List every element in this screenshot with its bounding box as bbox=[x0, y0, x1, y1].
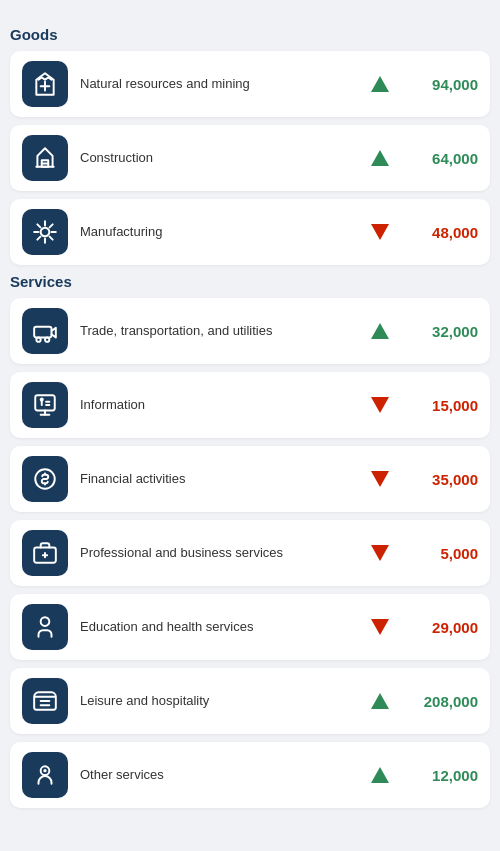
value-trade-transportation: 32,000 bbox=[398, 323, 478, 340]
row-label-financial: Financial activities bbox=[80, 471, 362, 488]
value-education: 29,000 bbox=[398, 619, 478, 636]
value-other: 12,000 bbox=[398, 767, 478, 784]
row-label-professional: Professional and business services bbox=[80, 545, 362, 562]
industry-row-trade-transportation: Trade, transportation, and utilities32,0… bbox=[10, 298, 490, 364]
value-information: 15,000 bbox=[398, 397, 478, 414]
icon-other bbox=[22, 752, 68, 798]
value-leisure: 208,000 bbox=[398, 693, 478, 710]
value-professional: 5,000 bbox=[398, 545, 478, 562]
arrow-natural-resources bbox=[362, 76, 398, 92]
icon-construction bbox=[22, 135, 68, 181]
row-label-natural-resources: Natural resources and mining bbox=[80, 76, 362, 93]
icon-leisure bbox=[22, 678, 68, 724]
icon-information bbox=[22, 382, 68, 428]
section-services: ServicesTrade, transportation, and utili… bbox=[10, 273, 490, 808]
svg-point-8 bbox=[45, 338, 49, 342]
arrow-information bbox=[362, 397, 398, 413]
industry-row-information: Information15,000 bbox=[10, 372, 490, 438]
section-label-1: Services bbox=[10, 273, 490, 290]
arrow-other bbox=[362, 767, 398, 783]
row-label-manufacturing: Manufacturing bbox=[80, 224, 362, 241]
svg-point-7 bbox=[36, 338, 40, 342]
arrow-financial bbox=[362, 471, 398, 487]
icon-professional bbox=[22, 530, 68, 576]
icon-financial bbox=[22, 456, 68, 502]
row-label-leisure: Leisure and hospitality bbox=[80, 693, 362, 710]
row-label-education: Education and health services bbox=[80, 619, 362, 636]
row-label-trade-transportation: Trade, transportation, and utilities bbox=[80, 323, 362, 340]
section-goods: GoodsNatural resources and mining94,000C… bbox=[10, 26, 490, 265]
industry-row-financial: Financial activities35,000 bbox=[10, 446, 490, 512]
value-manufacturing: 48,000 bbox=[398, 224, 478, 241]
icon-manufacturing bbox=[22, 209, 68, 255]
svg-rect-6 bbox=[34, 327, 51, 338]
svg-rect-9 bbox=[35, 395, 55, 410]
industry-row-natural-resources: Natural resources and mining94,000 bbox=[10, 51, 490, 117]
icon-transport bbox=[22, 308, 68, 354]
svg-point-5 bbox=[41, 228, 50, 237]
arrow-education bbox=[362, 619, 398, 635]
icon-mining bbox=[22, 61, 68, 107]
svg-point-20 bbox=[41, 617, 50, 626]
industry-row-manufacturing: Manufacturing48,000 bbox=[10, 199, 490, 265]
industry-row-professional: Professional and business services5,000 bbox=[10, 520, 490, 586]
arrow-construction bbox=[362, 150, 398, 166]
row-label-construction: Construction bbox=[80, 150, 362, 167]
industry-row-leisure: Leisure and hospitality208,000 bbox=[10, 668, 490, 734]
svg-point-24 bbox=[43, 769, 46, 772]
industry-row-education: Education and health services29,000 bbox=[10, 594, 490, 660]
industry-row-other: Other services12,000 bbox=[10, 742, 490, 808]
arrow-manufacturing bbox=[362, 224, 398, 240]
arrow-professional bbox=[362, 545, 398, 561]
row-label-information: Information bbox=[80, 397, 362, 414]
value-financial: 35,000 bbox=[398, 471, 478, 488]
svg-point-13 bbox=[41, 399, 43, 401]
row-label-other: Other services bbox=[80, 767, 362, 784]
arrow-trade-transportation bbox=[362, 323, 398, 339]
industry-row-construction: Construction64,000 bbox=[10, 125, 490, 191]
value-construction: 64,000 bbox=[398, 150, 478, 167]
arrow-leisure bbox=[362, 693, 398, 709]
icon-education bbox=[22, 604, 68, 650]
value-natural-resources: 94,000 bbox=[398, 76, 478, 93]
section-label-0: Goods bbox=[10, 26, 490, 43]
